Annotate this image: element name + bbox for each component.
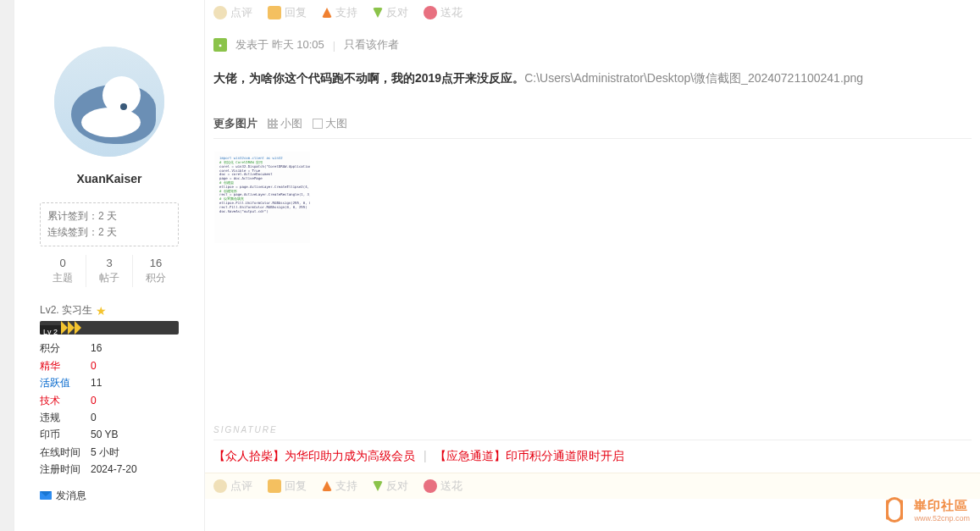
online-badge-icon: ▪ [213,38,227,52]
send-message-link[interactable]: 发消息 [40,489,179,503]
watermark: 崋印社區 www.52cnp.com [880,495,970,524]
post-main: 点评 回复 支持 反对 送花 ▪ 发表于 昨天 10:05 | 只看该作者 大佬… [204,0,980,531]
more-images-bar: 更多图片 小图 大图 [205,106,980,138]
signature-link-1[interactable]: 【众人拾柴】为华印助力成为高级会员 [213,449,415,462]
action-flower-bottom[interactable]: 送花 [424,478,462,494]
action-flower[interactable]: 送花 [424,5,462,20]
user-info-table: 积分16 精华0 活跃值11 技术0 违规0 印币50 YB 在线时间5 小时 … [40,340,179,478]
flower-icon [424,479,437,493]
grid-icon [268,119,278,129]
only-author-link[interactable]: 只看该作者 [344,37,399,53]
top-action-bar: 点评 回复 支持 反对 送花 [205,0,980,25]
image-icon [313,119,323,129]
action-support[interactable]: 支持 [322,5,357,20]
user-level: Lv2. 实习生 ★ [40,303,179,318]
action-reply-bottom[interactable]: 回复 [268,478,307,494]
thumbs-down-icon [373,8,383,18]
attachment-thumbnail[interactable]: import win32com.client as win32 # 初始化 Co… [213,151,311,244]
level-progress-bar: Lv 2 [40,321,179,335]
avatar[interactable] [54,47,164,157]
stat-points[interactable]: 16 积分 [133,255,179,287]
action-comment-bottom[interactable]: 点评 [213,478,252,494]
watermark-text-cn: 崋印社區 [914,498,970,514]
checkin-consecutive: 连续签到：2 天 [47,224,171,241]
star-icon: ★ [96,304,107,318]
user-sidebar: XuanKaiser 累计签到：2 天 连续签到：2 天 0 主题 3 帖子 1… [14,0,204,531]
comment-icon [213,6,227,19]
checkin-box: 累计签到：2 天 连续签到：2 天 [40,202,179,246]
large-view-toggle[interactable]: 大图 [313,116,347,131]
more-images-label: 更多图片 [213,116,257,131]
comment-icon [213,479,227,493]
username[interactable]: XuanKaiser [76,172,141,185]
post-text-path: C:\Users\Administrator\Desktop\微信截图_2024… [524,71,863,85]
flower-icon [424,6,437,19]
action-support-bottom[interactable]: 支持 [322,478,357,494]
thumbs-down-icon [373,481,383,491]
thumbnail-area: import win32com.client as win32 # 初始化 Co… [205,139,980,256]
bottom-action-bar: 点评 回复 支持 反对 送花 [205,473,980,499]
posted-label: 发表于 昨天 10:05 [235,37,324,53]
watermark-text-url: www.52cnp.com [914,514,970,523]
action-comment[interactable]: 点评 [213,5,252,20]
post-text-bold: 大佬，为啥你这个代码跑不动啊，我的2019点开来没反应。 [213,71,524,85]
thumbs-up-icon [322,481,332,491]
reply-icon [268,479,281,493]
envelope-icon [40,491,52,500]
signature-label: SIGNATURE [213,425,972,434]
reply-icon [268,6,281,19]
post-meta: ▪ 发表于 昨天 10:05 | 只看该作者 [205,25,980,68]
stat-posts[interactable]: 3 帖子 [86,255,133,287]
signature-link-2[interactable]: 【应急通道】印币积分通道限时开启 [435,449,624,462]
action-oppose[interactable]: 反对 [373,5,408,20]
watermark-logo-icon [880,495,909,524]
action-reply[interactable]: 回复 [268,5,307,20]
thumbs-up-icon [322,8,332,18]
post-content: 大佬，为啥你这个代码跑不动啊，我的2019点开来没反应。C:\Users\Adm… [205,68,980,106]
small-view-toggle[interactable]: 小图 [268,116,302,131]
stat-topics[interactable]: 0 主题 [40,255,86,287]
checkin-cumulative: 累计签到：2 天 [47,208,171,224]
action-oppose-bottom[interactable]: 反对 [373,478,408,494]
signature-block: SIGNATURE 【众人拾柴】为华印助力成为高级会员 | 【应急通道】印币积分… [205,425,980,473]
stats-row: 0 主题 3 帖子 16 积分 [40,255,179,288]
